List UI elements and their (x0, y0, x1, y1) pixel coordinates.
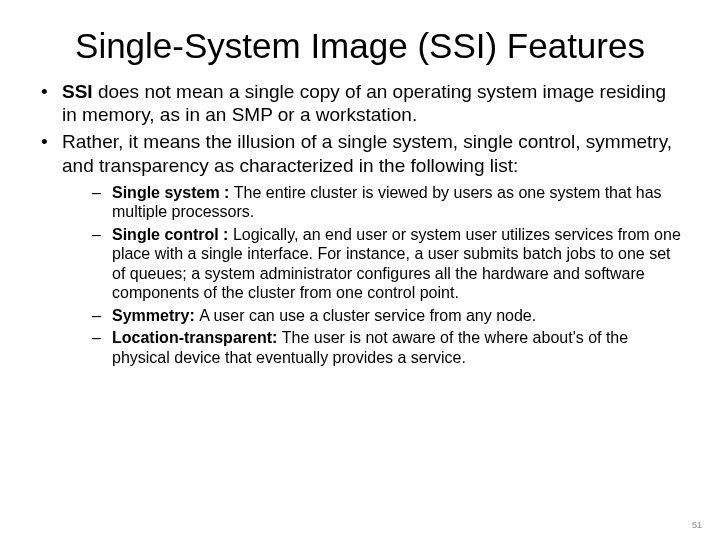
list-item: Location-transparent: The user is not aw… (62, 328, 686, 367)
bullet-list-level1: SSI does not mean a single copy of an op… (34, 80, 686, 367)
bullet-list-level2: Single system : The entire cluster is vi… (62, 183, 686, 368)
sub-item-label: Single system : (112, 184, 234, 201)
list-item: SSI does not mean a single copy of an op… (34, 80, 686, 126)
sub-item-label: Location-transparent: (112, 329, 282, 346)
list-item: Symmetry: A user can use a cluster servi… (62, 306, 686, 326)
page-number: 51 (692, 520, 702, 530)
item-text: does not mean a single copy of an operat… (62, 81, 666, 125)
sub-item-label: Symmetry: (112, 307, 199, 324)
item-text-bold: SSI (62, 81, 98, 102)
slide: Single-System Image (SSI) Features SSI d… (0, 0, 720, 540)
item-text: Rather, it means the illusion of a singl… (62, 131, 672, 175)
slide-title: Single-System Image (SSI) Features (34, 26, 686, 66)
sub-item-label: Single control : (112, 226, 233, 243)
list-item: Rather, it means the illusion of a singl… (34, 130, 686, 367)
sub-item-text: A user can use a cluster service from an… (199, 307, 536, 324)
list-item: Single control : Logically, an end user … (62, 225, 686, 303)
list-item: Single system : The entire cluster is vi… (62, 183, 686, 222)
